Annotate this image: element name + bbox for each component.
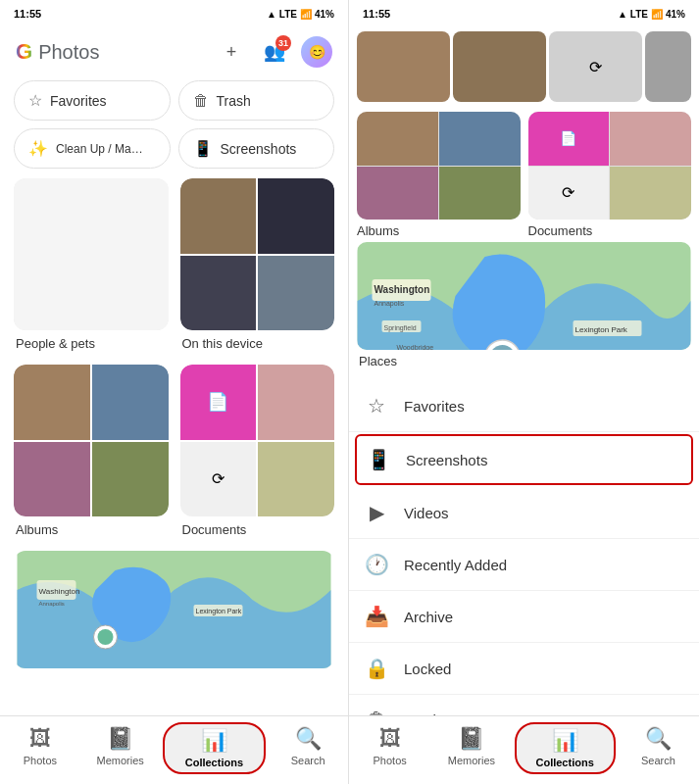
add-button[interactable]: +: [215, 35, 248, 69]
r-albums-label: Albums: [357, 223, 521, 238]
nav-collections-left[interactable]: 📊 Collections: [163, 722, 267, 774]
screenshots-quick-btn[interactable]: 📱 Screenshots: [178, 128, 335, 169]
r-nav-photos[interactable]: 🖼 Photos: [349, 722, 430, 774]
favorites-label: Favorites: [50, 93, 107, 109]
r-albums-item[interactable]: Albums: [357, 112, 521, 238]
on-device-item[interactable]: On this device: [180, 178, 335, 351]
grid-row-2: Albums 📄 ⟳ Documents: [14, 365, 334, 537]
collections-nav-label: Collections: [185, 757, 243, 768]
documents-item[interactable]: 📄 ⟳ Documents: [180, 365, 335, 537]
album-sub-4: [92, 442, 169, 517]
album-sub-3: [14, 442, 90, 517]
svg-text:Springfield: Springfield: [384, 324, 417, 332]
favorites-quick-btn[interactable]: ☆ Favorites: [14, 80, 171, 121]
recently-added-menu-icon: 🕐: [365, 553, 388, 576]
device-mosaic: [180, 178, 335, 330]
menu-videos[interactable]: ▶ Videos: [349, 487, 699, 539]
app-header-left: G Photos + 👥 31 😊: [0, 27, 348, 74]
album-sub-1: [14, 365, 90, 440]
status-right-right: ▲ LTE 📶 41%: [618, 9, 685, 20]
r-search-icon: 🔍: [645, 726, 672, 752]
album-sub-2: [92, 365, 169, 440]
recently-added-menu-label: Recently Added: [404, 557, 507, 573]
people-pets-label: People & pets: [14, 336, 169, 351]
memories-nav-label: Memories: [96, 755, 143, 766]
r-doc-s1: 📄: [528, 112, 610, 166]
screenshot-icon: 📱: [193, 139, 213, 158]
signal-r-text: LTE: [630, 9, 648, 20]
collections-nav-icon: 📊: [201, 728, 227, 754]
albums-item[interactable]: Albums: [14, 365, 169, 537]
places-item[interactable]: Washington Annapolis Lexington Park: [14, 551, 334, 668]
right-scrollable: ⟳ Albums 📄 ⟳ Docu: [349, 27, 699, 715]
people-placeholder: [14, 178, 169, 330]
avatar-icon: 😊: [309, 44, 325, 60]
people-pets-thumb: [14, 178, 169, 330]
r-documents-item[interactable]: 📄 ⟳ Documents: [528, 112, 692, 238]
trash-icon: 🗑: [193, 92, 209, 110]
locked-menu-label: Locked: [404, 661, 451, 677]
doc-sub-3: ⟳: [180, 442, 257, 517]
videos-menu-label: Videos: [404, 505, 449, 521]
photo-cell-1: [357, 31, 450, 102]
google-g: G: [16, 39, 32, 65]
signal-r-icon: ▲: [618, 9, 627, 20]
r-doc-s2: [610, 112, 691, 166]
menu-favorites[interactable]: ☆ Favorites: [349, 380, 699, 432]
r-doc-s4: [610, 167, 691, 220]
bottom-nav-right: 🖼 Photos 📓 Memories 📊 Collections 🔍 Sear…: [349, 715, 699, 784]
sparkle-icon: ✨: [28, 139, 48, 158]
photos-nav-icon: 🖼: [29, 726, 51, 752]
r-photos-icon: 🖼: [379, 726, 401, 752]
r-places-thumb: Washington Annapolis Lexington Park Spri…: [357, 242, 691, 350]
r-nav-memories[interactable]: 📓 Memories: [430, 722, 512, 774]
menu-screenshots[interactable]: 📱 Screenshots: [355, 434, 693, 485]
nav-memories-left[interactable]: 📓 Memories: [80, 722, 161, 774]
nav-photos-left[interactable]: 🖼 Photos: [0, 722, 80, 774]
r-photos-label: Photos: [374, 755, 407, 766]
on-device-thumb: [180, 178, 335, 330]
menu-archive[interactable]: 📥 Archive: [349, 591, 699, 643]
favorites-menu-label: Favorites: [404, 398, 465, 415]
people-pets-item[interactable]: People & pets: [14, 178, 169, 351]
svg-text:Lexington Park: Lexington Park: [196, 608, 242, 615]
menu-trash[interactable]: 🗑 Trash: [349, 695, 699, 715]
menu-recently-added[interactable]: 🕐 Recently Added: [349, 539, 699, 591]
user-avatar[interactable]: 😊: [301, 36, 332, 68]
share-contacts-button[interactable]: 👥 31: [258, 35, 291, 69]
quick-access-grid: ☆ Favorites 🗑 Trash ✨ Clean Up / Magic E…: [0, 74, 348, 178]
svg-point-7: [98, 629, 114, 645]
svg-text:Lexington Park: Lexington Park: [575, 325, 628, 334]
left-panel: 11:55 ▲ LTE 📶 41% G Photos + 👥 31 😊: [0, 0, 349, 784]
nav-search-left[interactable]: 🔍 Search: [268, 722, 348, 774]
signal-icon: ▲: [267, 9, 276, 20]
svg-text:Washington: Washington: [374, 284, 430, 295]
albums-mosaic: [14, 365, 169, 516]
r-collections-icon: 📊: [552, 728, 578, 754]
collections-grid: People & pets On this device: [0, 178, 348, 682]
menu-locked[interactable]: 🔒 Locked: [349, 643, 699, 695]
wifi-icon: 📶: [300, 9, 312, 20]
doc-sub-2: [258, 365, 334, 440]
status-time-left: 11:55: [14, 8, 41, 20]
header-actions: + 👥 31 😊: [215, 35, 332, 69]
status-bar-left: 11:55 ▲ LTE 📶 41%: [0, 0, 348, 27]
archive-menu-icon: 📥: [365, 605, 388, 628]
r-albums-thumb: [357, 112, 521, 220]
device-sub-1: [180, 178, 257, 254]
svg-text:Annapolis: Annapolis: [374, 300, 405, 308]
cleanup-quick-btn[interactable]: ✨ Clean Up / Magic E...: [14, 128, 171, 169]
archive-menu-label: Archive: [404, 609, 453, 625]
r-places-section[interactable]: Washington Annapolis Lexington Park Spri…: [349, 242, 699, 376]
albums-thumb: [14, 365, 169, 516]
photo-cell-3: ⟳: [549, 31, 642, 102]
bottom-nav-left: 🖼 Photos 📓 Memories 📊 Collections 🔍 Sear…: [0, 715, 348, 784]
search-nav-label: Search: [291, 755, 325, 766]
r-nav-search[interactable]: 🔍 Search: [618, 722, 699, 774]
r-nav-collections[interactable]: 📊 Collections: [515, 722, 616, 774]
plus-icon: +: [226, 42, 237, 63]
memories-nav-icon: 📓: [107, 726, 133, 752]
trash-quick-btn[interactable]: 🗑 Trash: [178, 80, 335, 121]
r-album-s3: [357, 167, 438, 220]
r-docs-thumb: 📄 ⟳: [528, 112, 692, 220]
